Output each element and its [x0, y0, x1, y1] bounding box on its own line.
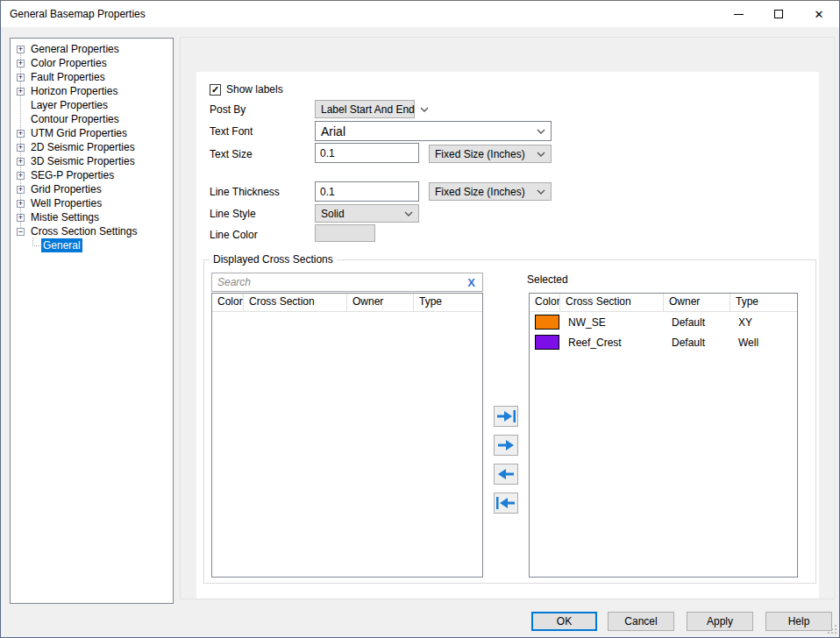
- ok-button[interactable]: OK: [531, 612, 597, 631]
- search-input[interactable]: [212, 274, 460, 290]
- show-labels-row: ✓ Show labels: [210, 83, 283, 96]
- tree-item[interactable]: + UTM Grid Properties: [11, 126, 173, 140]
- tree-item-label[interactable]: Layer Properties: [29, 98, 110, 112]
- tree-item-label[interactable]: Horizon Properties: [29, 84, 119, 98]
- move-all-left-button[interactable]: [494, 493, 518, 514]
- line-thickness-unit-value: Fixed Size (Inches): [435, 186, 525, 198]
- cross-section-owner: Default: [664, 316, 730, 329]
- post-by-select[interactable]: Label Start And End: [315, 100, 415, 118]
- line-color-button[interactable]: [315, 224, 375, 242]
- table-row[interactable]: NW_SE Default XY: [530, 312, 797, 332]
- line-color-label: Line Color: [210, 229, 258, 241]
- tree-item-label[interactable]: General: [41, 238, 82, 252]
- available-cross-sections-table[interactable]: Color Cross Section Owner Type: [211, 293, 483, 578]
- move-right-button[interactable]: [494, 435, 518, 456]
- move-all-right-button[interactable]: [494, 406, 518, 427]
- post-by-label: Post By: [210, 103, 246, 116]
- cross-section-name: NW_SE: [560, 316, 664, 329]
- resize-grip[interactable]: [825, 622, 836, 634]
- chevron-down-icon: [531, 129, 545, 134]
- post-by-value: Label Start And End: [321, 103, 415, 116]
- tree-expand-icon[interactable]: +: [17, 200, 25, 208]
- selected-cross-sections-table[interactable]: Color Cross Section Owner Type NW_SE Def…: [529, 293, 798, 578]
- tree-item-label[interactable]: Mistie Settings: [29, 210, 101, 224]
- line-style-select[interactable]: Solid: [315, 204, 419, 223]
- tree-item-label[interactable]: Cross Section Settings: [29, 224, 139, 238]
- maximize-icon: [774, 10, 783, 18]
- help-button[interactable]: Help: [765, 612, 832, 631]
- tree-item-label[interactable]: Grid Properties: [29, 182, 103, 196]
- cancel-button[interactable]: Cancel: [608, 612, 674, 631]
- properties-tree: + General Properties + Color Properties …: [10, 38, 174, 604]
- tree-item[interactable]: − Cross Section Settings: [11, 224, 173, 238]
- tree-item[interactable]: Contour Properties: [11, 112, 173, 126]
- text-size-unit-value: Fixed Size (Inches): [435, 148, 525, 160]
- tree-expand-icon[interactable]: +: [17, 46, 25, 53]
- tree-item[interactable]: + 3D Seismic Properties: [11, 154, 173, 168]
- group-label: Displayed Cross Sections: [210, 253, 337, 266]
- tree-expand-icon[interactable]: +: [17, 214, 25, 222]
- arrow-right-to-bar-icon: [495, 409, 516, 423]
- tree-item-label[interactable]: 2D Seismic Properties: [29, 140, 137, 154]
- tree-item-label[interactable]: UTM Grid Properties: [29, 126, 129, 140]
- tree-item-label[interactable]: 3D Seismic Properties: [29, 154, 137, 168]
- minimize-button[interactable]: [718, 1, 758, 27]
- cross-section-type: XY: [730, 316, 797, 329]
- tree-item[interactable]: General: [11, 238, 173, 252]
- close-button[interactable]: ✕: [799, 1, 839, 27]
- tree-item[interactable]: + Mistie Settings: [11, 210, 173, 224]
- tree-item[interactable]: + Color Properties: [11, 56, 173, 70]
- show-labels-checkbox[interactable]: ✓: [210, 84, 221, 96]
- text-font-select[interactable]: Arial: [315, 121, 552, 141]
- tree-item[interactable]: + SEG-P Properties: [11, 168, 173, 182]
- apply-button[interactable]: Apply: [687, 612, 753, 631]
- settings-panel: ✓ Show labels Post By Label Start And En…: [196, 72, 819, 599]
- arrow-right-icon: [495, 438, 516, 452]
- tree-expand-icon[interactable]: −: [17, 228, 25, 236]
- minimize-icon: [734, 14, 744, 15]
- tree-expand-icon[interactable]: +: [17, 60, 25, 67]
- clear-search-icon[interactable]: X: [460, 276, 482, 289]
- tree-item-label[interactable]: Color Properties: [29, 56, 109, 70]
- tree-item[interactable]: + 2D Seismic Properties: [11, 140, 173, 154]
- line-thickness-unit-select[interactable]: Fixed Size (Inches): [429, 182, 552, 201]
- dialog-window: General Basemap Properties ✕ + General P…: [0, 0, 840, 638]
- tree-expand-icon[interactable]: +: [17, 186, 25, 194]
- maximize-button[interactable]: [758, 1, 799, 27]
- tree-expand-icon[interactable]: +: [17, 172, 25, 180]
- line-thickness-input[interactable]: [315, 181, 419, 202]
- cross-section-name: Reef_Crest: [560, 337, 664, 349]
- tree-item[interactable]: + Horizon Properties: [11, 84, 173, 98]
- cross-section-color-swatch: [535, 335, 559, 350]
- tree-item-label[interactable]: Fault Properties: [29, 70, 107, 84]
- move-left-button[interactable]: [494, 464, 518, 485]
- text-size-input[interactable]: [315, 143, 419, 163]
- arrow-left-icon: [495, 467, 516, 481]
- tree-expand-icon[interactable]: +: [17, 74, 25, 82]
- tree-expand-icon[interactable]: +: [17, 88, 25, 96]
- tree-item[interactable]: Layer Properties: [11, 98, 173, 112]
- text-size-unit-select[interactable]: Fixed Size (Inches): [429, 145, 552, 163]
- tree-item[interactable]: + Grid Properties: [11, 182, 173, 196]
- tree-expand-icon[interactable]: +: [17, 144, 25, 152]
- chevron-down-icon: [399, 211, 413, 216]
- tree-expand-icon[interactable]: +: [17, 158, 25, 166]
- tree-item[interactable]: + General Properties: [11, 42, 173, 56]
- table-header: Color Cross Section Owner Type: [212, 294, 482, 312]
- cross-section-color-swatch: [535, 315, 559, 330]
- tree-item-label[interactable]: SEG-P Properties: [29, 168, 116, 182]
- tree-item[interactable]: + Well Properties: [11, 196, 173, 210]
- column-header: Cross Section: [560, 294, 664, 311]
- tree-expand-icon[interactable]: +: [17, 130, 25, 138]
- tree-item-label[interactable]: Well Properties: [29, 196, 103, 210]
- table-row[interactable]: Reef_Crest Default Well: [530, 332, 797, 352]
- tree-item[interactable]: + Fault Properties: [11, 70, 173, 84]
- selected-list-label: Selected: [527, 273, 568, 286]
- titlebar: General Basemap Properties ✕: [1, 1, 839, 27]
- column-header: Type: [730, 294, 797, 311]
- tree-item-label[interactable]: General Properties: [29, 42, 121, 56]
- chevron-down-icon: [531, 189, 545, 195]
- column-header: Owner: [664, 294, 730, 311]
- tree-item-label[interactable]: Contour Properties: [29, 112, 121, 126]
- line-style-value: Solid: [321, 208, 345, 220]
